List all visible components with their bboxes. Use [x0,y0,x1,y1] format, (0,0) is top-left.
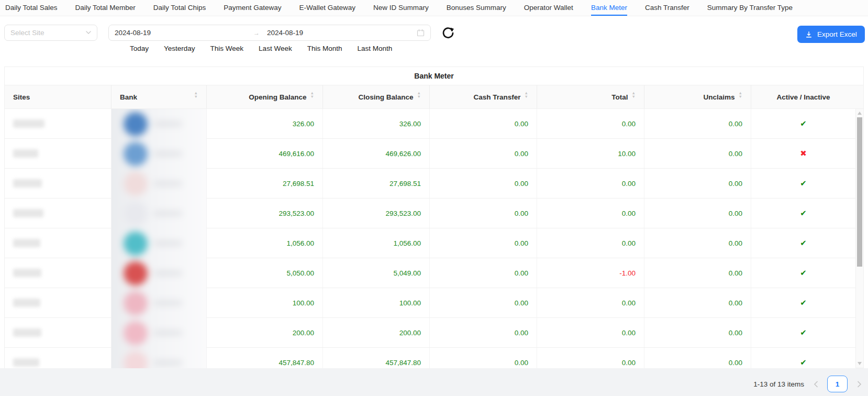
closing-balance-value: 469,626.00 [385,150,421,158]
cell-active-inactive: ✔ [751,109,855,138]
cell-opening-balance: 200.00 [207,318,323,347]
total-value: 0.00 [622,239,636,247]
quick-range-yesterday[interactable]: Yesterday [164,45,195,52]
tab-operator-wallet[interactable]: Operator Wallet [524,0,573,16]
tab-summary-by-transfer-type[interactable]: Summary By Transfer Type [707,0,793,16]
cash-transfer-value: 0.00 [515,359,528,367]
bank-meter-table-card: Bank Meter SitesBank▲▼Opening Balance▲▼C… [4,67,864,368]
scroll-up-arrow-icon[interactable] [858,112,862,115]
opening-balance-value: 326.00 [293,120,314,128]
table-row: 200.00200.000.000.000.00✔ [5,318,855,348]
cell-unclaims: 0.00 [644,348,751,369]
column-header-unclaims[interactable]: Unclaims▲▼ [644,85,751,108]
cell-total: 10.00 [537,139,644,168]
column-header-bank[interactable]: Bank▲▼ [112,85,207,108]
tab-payment-gateway[interactable]: Payment Gateway [224,0,281,16]
calendar-icon [417,29,425,37]
quick-range-last-week[interactable]: Last Week [259,45,292,52]
tab-cash-transfer[interactable]: Cash Transfer [645,0,689,16]
tab-bar: Daily Total SalesDaily Total MemberDaily… [0,0,868,16]
closing-balance-value: 457,847.80 [385,359,421,367]
cell-site [5,169,112,198]
filter-bar: Select Site 2024-08-19 → 2024-08-19 Expo… [0,16,868,67]
cell-total: 0.00 [537,199,644,228]
cell-active-inactive: ✔ [751,318,855,347]
column-header-closing-balance[interactable]: Closing Balance▲▼ [323,85,430,108]
tab-daily-total-sales[interactable]: Daily Total Sales [5,0,58,16]
column-header-total[interactable]: Total▲▼ [537,85,644,108]
sort-icon: ▲▼ [632,93,636,101]
pagination-summary: 1-13 of 13 items [753,380,804,388]
sort-icon: ▲▼ [739,93,742,101]
start-date-input[interactable]: 2024-08-19 [115,29,253,37]
column-header-cash-transfer[interactable]: Cash Transfer▲▼ [430,85,537,108]
opening-balance-value: 1,056.00 [286,239,314,247]
total-value: 0.00 [622,120,636,128]
table-body: 326.00326.000.000.000.00✔469,616.00469,6… [5,109,855,369]
date-range-picker[interactable]: 2024-08-19 → 2024-08-19 [108,25,431,41]
cell-active-inactive: ✔ [751,199,855,228]
range-arrow-icon: → [253,29,267,37]
tab-bank-meter[interactable]: Bank Meter [591,0,627,16]
cell-opening-balance: 5,050.00 [207,258,323,288]
column-label: Total [611,93,628,101]
end-date-input[interactable]: 2024-08-19 [267,29,417,37]
quick-range-this-month[interactable]: This Month [307,45,342,52]
active-check-icon: ✔ [800,238,807,248]
export-excel-button[interactable]: Export Excel [797,26,865,43]
closing-balance-value: 1,056.00 [393,239,421,247]
cell-closing-balance: 457,847.80 [323,348,430,369]
page-1-button[interactable]: 1 [827,376,848,392]
unclaims-value: 0.00 [729,359,742,367]
footer-band [0,368,868,396]
cell-unclaims: 0.00 [644,228,751,258]
total-value: 0.00 [622,359,636,367]
caret-down-icon: ▼ [525,97,528,101]
cash-transfer-value: 0.00 [515,120,528,128]
cell-cash-transfer: 0.00 [430,139,537,168]
cell-unclaims: 0.00 [644,258,751,288]
tab-daily-total-chips[interactable]: Daily Total Chips [153,0,206,16]
column-header-opening-balance[interactable]: Opening Balance▲▼ [207,85,323,108]
cash-transfer-value: 0.00 [515,180,528,188]
previous-page-button[interactable] [812,380,819,388]
tab-bonuses-summary[interactable]: Bonuses Summary [447,0,506,16]
cell-opening-balance: 293,523.00 [207,199,323,228]
cell-active-inactive: ✔ [751,228,855,258]
total-value: -1.00 [619,269,636,277]
cell-total: 0.00 [537,109,644,138]
cell-unclaims: 0.00 [644,318,751,347]
unclaims-value: 0.00 [729,329,742,337]
caret-down-icon: ▼ [310,97,314,101]
tab-new-id-summary[interactable]: New ID Summary [373,0,429,16]
quick-range-last-month[interactable]: Last Month [357,45,392,52]
table-scrollbar[interactable] [855,109,863,368]
site-select[interactable]: Select Site [4,25,97,41]
site-name-blur [13,358,39,367]
cell-bank [112,348,207,369]
tab-e-wallet-gateway[interactable]: E-Wallet Gateway [299,0,355,16]
next-page-button[interactable] [855,380,863,388]
scrollbar-thumb[interactable] [857,117,862,267]
site-name-blur [13,299,40,307]
active-check-icon: ✔ [800,119,807,128]
opening-balance-value: 469,616.00 [279,150,314,158]
opening-balance-value: 5,050.00 [286,269,314,277]
quick-range-today[interactable]: Today [130,45,149,52]
table-row: 293,523.00293,523.000.000.000.00✔ [5,199,855,228]
total-value: 0.00 [622,329,636,337]
quick-range-this-week[interactable]: This Week [210,45,244,52]
export-excel-label: Export Excel [817,30,857,38]
cell-bank [112,318,207,347]
cell-total: 0.00 [537,348,644,369]
cell-site [5,318,112,347]
active-check-icon: ✔ [800,298,807,307]
cell-active-inactive: ✖ [751,139,855,168]
inactive-cross-icon: ✖ [800,149,807,158]
pagination: 1-13 of 13 items 1 [753,375,863,393]
scroll-down-arrow-icon[interactable] [858,362,862,365]
refresh-button[interactable] [441,26,455,40]
column-label: Bank [120,93,137,101]
tab-daily-total-member[interactable]: Daily Total Member [75,0,136,16]
closing-balance-value: 5,049.00 [393,269,421,277]
